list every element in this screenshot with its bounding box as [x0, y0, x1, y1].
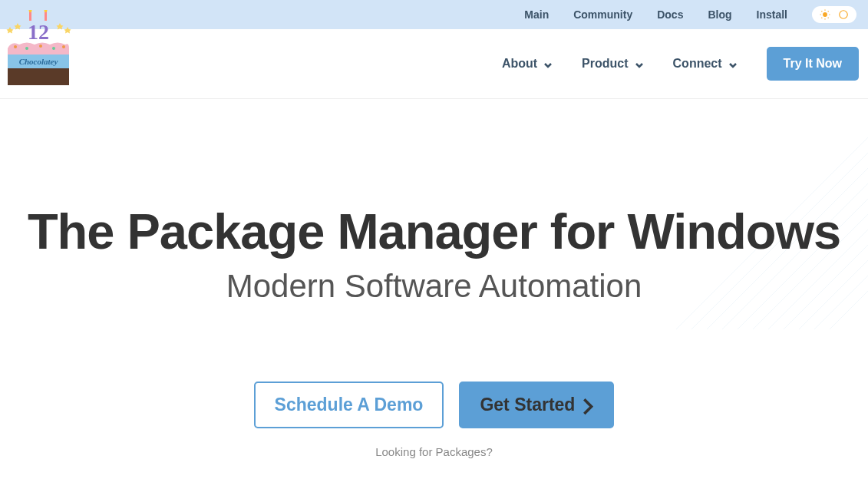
- schedule-demo-button[interactable]: Schedule A Demo: [254, 382, 444, 428]
- get-started-button[interactable]: Get Started: [459, 382, 614, 428]
- top-link-blog[interactable]: Blog: [708, 8, 731, 21]
- looking-for-packages-link[interactable]: Looking for Packages?: [375, 445, 493, 458]
- nav-connect[interactable]: Connect: [673, 57, 738, 71]
- hero-section: The Package Manager for Windows Modern S…: [0, 99, 868, 479]
- svg-line-4: [828, 18, 829, 18]
- svg-point-15: [25, 47, 28, 50]
- top-bar: Main Community Docs Blog Install: [0, 0, 868, 29]
- nav-product-label: Product: [582, 57, 628, 71]
- logo-brand: Chocolatey: [19, 57, 58, 66]
- chevron-down-icon: [543, 59, 553, 68]
- svg-line-7: [821, 18, 822, 18]
- svg-line-8: [828, 11, 829, 12]
- svg-point-18: [62, 45, 65, 48]
- main-nav: 12 Chocolatey About Product Connect Try …: [0, 29, 868, 99]
- chevron-down-icon: [728, 59, 738, 68]
- hero-buttons: Schedule A Demo Get Started: [254, 382, 615, 428]
- nav-product[interactable]: Product: [582, 57, 643, 71]
- chevron-down-icon: [635, 59, 644, 68]
- hero-title: The Package Manager for Windows: [28, 203, 840, 260]
- svg-line-3: [821, 11, 822, 12]
- theme-toggle[interactable]: [812, 6, 856, 23]
- top-link-install[interactable]: Install: [757, 8, 787, 21]
- sun-icon: [820, 9, 830, 20]
- svg-point-16: [39, 45, 42, 48]
- svg-point-9: [840, 11, 848, 19]
- moon-icon: [838, 9, 849, 20]
- try-it-now-button[interactable]: Try It Now: [767, 47, 859, 81]
- top-link-community[interactable]: Community: [573, 8, 632, 21]
- top-link-docs[interactable]: Docs: [657, 8, 683, 21]
- logo-number: 12: [28, 20, 49, 44]
- nav-about[interactable]: About: [502, 57, 553, 71]
- svg-point-17: [52, 47, 55, 50]
- logo[interactable]: 12 Chocolatey: [4, 10, 73, 87]
- chevron-right-icon: [583, 398, 593, 413]
- svg-point-0: [823, 12, 827, 17]
- svg-point-14: [14, 45, 17, 48]
- top-link-main[interactable]: Main: [524, 8, 549, 21]
- hero-subtitle: Modern Software Automation: [226, 268, 642, 305]
- nav-about-label: About: [502, 57, 537, 71]
- get-started-label: Get Started: [480, 395, 575, 415]
- nav-connect-label: Connect: [673, 57, 722, 71]
